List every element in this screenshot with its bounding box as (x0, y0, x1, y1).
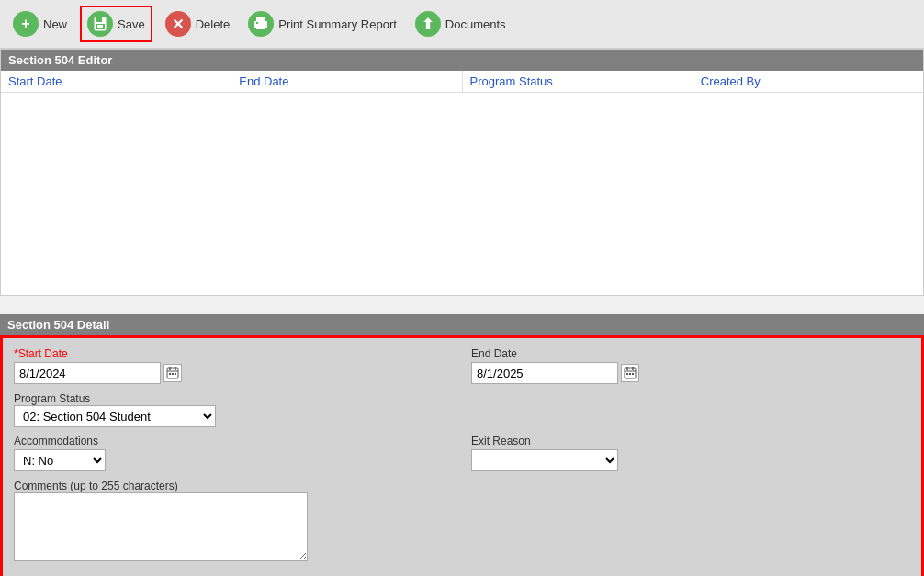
svg-rect-20 (629, 373, 631, 375)
end-date-input-group (471, 362, 910, 384)
print-button[interactable]: Print Summary Report (242, 7, 402, 40)
comments-textarea[interactable] (14, 492, 308, 561)
svg-rect-3 (97, 25, 103, 28)
svg-rect-14 (175, 373, 176, 375)
svg-rect-7 (256, 22, 258, 24)
exit-reason-select[interactable] (471, 449, 618, 471)
print-icon (248, 11, 274, 37)
start-end-date-row: *Start Date (14, 347, 910, 384)
col-created-by: Created By (693, 71, 923, 92)
comments-label: Comments (up to 255 characters) (14, 480, 178, 492)
editor-column-headers: Start Date End Date Program Status Creat… (1, 71, 923, 93)
accommodations-field: Accommodations N: No Y: Yes (14, 435, 453, 471)
col-program-status: Program Status (463, 71, 693, 92)
toolbar: + New Save ✕ Delete Print Summar (0, 0, 924, 49)
editor-body (1, 93, 923, 295)
start-date-field: *Start Date (14, 347, 453, 384)
start-date-label: *Start Date (14, 347, 453, 360)
save-button[interactable]: Save (80, 6, 152, 42)
end-date-input[interactable] (471, 362, 618, 384)
documents-label: Documents (445, 17, 506, 31)
new-button[interactable]: + New (7, 7, 73, 40)
start-date-input[interactable] (14, 362, 161, 384)
detail-body: *Start Date (0, 335, 924, 576)
accommodations-label: Accommodations (14, 435, 453, 447)
svg-rect-19 (626, 373, 628, 375)
delete-button[interactable]: ✕ Delete (160, 7, 236, 40)
col-end-date: End Date (231, 71, 462, 92)
svg-rect-21 (632, 373, 634, 375)
col-start-date: Start Date (1, 71, 231, 92)
start-date-input-group (14, 362, 453, 384)
comments-row: Comments (up to 255 characters) (14, 479, 910, 564)
delete-icon: ✕ (165, 11, 191, 37)
svg-rect-1 (96, 17, 102, 22)
accommodations-select[interactable]: N: No Y: Yes (14, 449, 106, 471)
save-icon (87, 11, 113, 37)
accommodations-exit-row: Accommodations N: No Y: Yes Exit Reason (14, 435, 910, 471)
print-label: Print Summary Report (278, 17, 397, 31)
svg-rect-6 (256, 25, 265, 29)
program-status-label: Program Status (14, 392, 90, 405)
section-gap (0, 296, 924, 305)
svg-rect-12 (169, 373, 171, 375)
exit-reason-field: Exit Reason (471, 435, 910, 471)
new-label: New (43, 17, 67, 31)
documents-button[interactable]: ⬆ Documents (410, 7, 512, 40)
exit-reason-label: Exit Reason (471, 435, 910, 447)
section-504-editor: Section 504 Editor Start Date End Date P… (0, 49, 924, 296)
delete-label: Delete (196, 17, 231, 31)
new-icon: + (13, 11, 39, 37)
program-status-row: Program Status 02: Section 504 Student (14, 391, 910, 427)
section-504-detail: Section 504 Detail *Start Date (0, 314, 924, 576)
svg-rect-13 (172, 373, 174, 375)
program-status-select[interactable]: 02: Section 504 Student (14, 405, 216, 427)
editor-header: Section 504 Editor (1, 50, 923, 71)
end-date-field: End Date (471, 347, 910, 384)
end-date-label: End Date (471, 347, 910, 360)
end-date-calendar-icon[interactable] (621, 364, 639, 382)
start-date-calendar-icon[interactable] (163, 364, 182, 382)
documents-icon: ⬆ (415, 11, 441, 37)
detail-header: Section 504 Detail (0, 314, 924, 335)
save-label: Save (118, 17, 145, 31)
